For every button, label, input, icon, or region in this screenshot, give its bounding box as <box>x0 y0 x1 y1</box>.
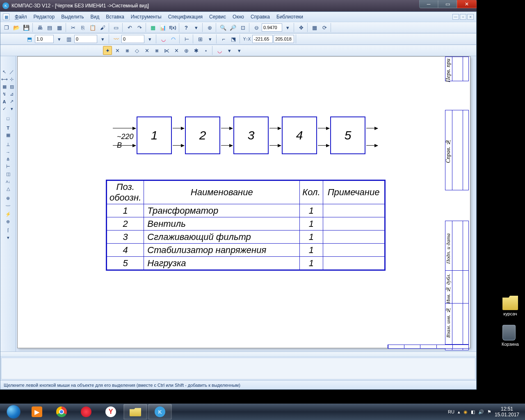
snap2-icon[interactable]: ⋇ <box>123 46 132 55</box>
menu-editor[interactable]: Редактор <box>31 13 58 21</box>
taskbar-item-opera[interactable] <box>74 404 98 420</box>
taskbar-item-chrome[interactable] <box>50 404 73 420</box>
tool-arrow-icon[interactable]: → <box>5 148 11 155</box>
snap4-icon[interactable]: ✕ <box>142 46 151 55</box>
tool-wave-icon[interactable]: 〰 <box>5 202 11 209</box>
snap1-icon[interactable]: ✕ <box>113 46 122 55</box>
linetype-icon[interactable]: 〰 <box>112 34 121 43</box>
document-icon[interactable]: ▦ <box>3 14 9 20</box>
layer-input[interactable] <box>74 35 97 43</box>
mdi-close[interactable]: × <box>467 14 474 20</box>
snap3-icon[interactable]: ◇ <box>132 46 142 55</box>
tray-clock[interactable]: 12:51 15.01.2017 <box>495 406 519 418</box>
tray-up-icon[interactable]: ▴ <box>458 409 460 415</box>
save-icon[interactable]: 💾 <box>22 23 31 32</box>
grid-snap-icon[interactable]: ⊞ <box>196 34 205 43</box>
rebuild-icon[interactable]: ⟳ <box>320 23 329 32</box>
snap-mid-icon[interactable]: ◠ <box>169 34 178 43</box>
layer-dd[interactable]: ▾ <box>98 34 107 43</box>
tool-base-icon[interactable]: ⊥ <box>5 141 11 148</box>
menu-tools[interactable]: Инструменты <box>128 13 164 21</box>
tray-lang[interactable]: RU <box>448 409 454 414</box>
tool-hatch2-icon[interactable]: ▨ <box>8 83 15 90</box>
tool-bolt-icon[interactable]: ⚡ <box>5 211 11 218</box>
tool-text-icon[interactable]: A <box>1 98 8 105</box>
scale-input[interactable] <box>35 35 54 43</box>
tray-volume-icon[interactable]: 🔊 <box>478 409 484 415</box>
tool-cut-icon[interactable]: ⊢ <box>5 163 11 170</box>
snap5-icon[interactable]: ⋇ <box>152 46 161 55</box>
tray-sync-icon[interactable]: ◉ <box>463 409 468 415</box>
zoom-in-icon[interactable]: 🔍 <box>219 23 228 32</box>
ortho-icon[interactable]: ⊢ <box>182 34 191 43</box>
zoom-out-icon[interactable]: 🔎 <box>228 23 237 32</box>
tool-hatch-icon[interactable]: ▦ <box>1 83 8 90</box>
tool-rough-icon[interactable]: ✓ <box>1 105 8 112</box>
stamp-icon[interactable]: ▭ <box>112 23 121 32</box>
copy-icon[interactable]: ⎘ <box>78 23 87 32</box>
minimize-button[interactable]: ─ <box>419 0 438 8</box>
layer-mgr-icon[interactable]: ▥ <box>64 34 73 43</box>
paste-icon[interactable]: 📋 <box>88 23 97 32</box>
csys-icon[interactable]: ⌐ <box>219 34 228 43</box>
tool-brk-dd[interactable]: ▾ <box>5 234 11 241</box>
zoom-fit-icon[interactable]: ⊕ <box>205 23 214 32</box>
tool-edit-icon[interactable]: ↯ <box>1 91 8 98</box>
tool-dim-icon[interactable]: ⟷ <box>1 76 8 83</box>
preview-icon[interactable]: ▤ <box>45 23 54 32</box>
snap-end-icon[interactable]: ◡ <box>159 34 168 43</box>
menu-spec[interactable]: Спецификация <box>165 13 205 21</box>
print-icon[interactable]: 🖶 <box>35 23 44 32</box>
menu-select[interactable]: Выделить <box>58 13 87 21</box>
zoom-input[interactable] <box>262 23 282 32</box>
scale-dd[interactable]: ▾ <box>55 34 64 43</box>
tool-view-icon[interactable]: ◫ <box>5 171 11 178</box>
csys-btn[interactable]: ⬔ <box>229 34 238 43</box>
tool-center-icon[interactable]: ⊕ <box>5 195 11 202</box>
zoom-next-icon[interactable]: ▾ <box>283 23 292 32</box>
line-dd[interactable]: ▾ <box>145 34 154 43</box>
layers-icon[interactable]: ⬒ <box>25 34 34 43</box>
canvas[interactable]: ~220 В 1 2 3 4 5 <box>16 56 476 352</box>
menu-help[interactable]: Справка <box>248 13 273 21</box>
tool-construct-icon[interactable]: ⊹ <box>8 76 15 83</box>
snap9-icon[interactable]: ✱ <box>192 46 201 55</box>
coord-y[interactable] <box>274 35 294 43</box>
open-icon[interactable]: 📂 <box>12 23 21 32</box>
tool-rect-icon[interactable]: □ <box>5 115 11 122</box>
zoom-window-icon[interactable]: ⊡ <box>238 23 247 32</box>
menu-window[interactable]: Окно <box>230 13 247 21</box>
menu-libs[interactable]: Библиотеки <box>274 13 306 21</box>
tool-al-icon[interactable]: A↓ <box>5 178 11 185</box>
coord-x[interactable] <box>252 35 273 43</box>
taskbar-item-explorer[interactable] <box>123 404 147 420</box>
tool-leader-icon[interactable]: ↗ <box>8 98 15 105</box>
properties-icon[interactable]: ▦ <box>55 23 64 32</box>
tool-target-icon[interactable]: ⊕ <box>5 218 11 225</box>
menu-view[interactable]: Вид <box>88 13 103 21</box>
tool-brk-icon[interactable]: ⌈ <box>5 227 11 234</box>
desktop-recycle-bin[interactable]: Корзина <box>500 325 521 347</box>
variables-icon[interactable]: 📊 <box>158 23 167 32</box>
maximize-button[interactable]: ▭ <box>438 0 457 8</box>
tool-mark-icon[interactable]: △ <box>5 185 11 192</box>
mdi-restore[interactable]: ▫ <box>460 14 466 20</box>
snap10-icon[interactable]: ⋆ <box>201 46 210 55</box>
snap6-icon[interactable]: ⋉ <box>162 46 171 55</box>
tool-line-icon[interactable]: ／ <box>8 68 15 75</box>
desktop-folder-kursach[interactable]: курсач <box>500 294 521 316</box>
grid-dd[interactable]: ▾ <box>205 34 215 43</box>
tool-select-icon[interactable]: ↖ <box>1 68 8 75</box>
cut-icon[interactable]: ✂ <box>68 23 78 32</box>
menu-file[interactable]: Файл <box>12 13 30 21</box>
dropdown-icon[interactable]: ▾ <box>192 23 201 32</box>
tray-flag-icon[interactable]: ⚑ <box>487 409 491 415</box>
help-icon[interactable]: ? <box>182 23 191 32</box>
line-input[interactable] <box>121 35 144 43</box>
tool-param-icon[interactable]: ⊿ <box>8 91 15 98</box>
coords-icon[interactable]: Y↑X <box>242 34 251 43</box>
format-painter-icon[interactable]: 🖌 <box>98 23 107 32</box>
snap-cfg-icon[interactable]: ◡ <box>215 46 224 55</box>
tool-table-icon[interactable]: ▦ <box>5 132 11 139</box>
close-button[interactable]: ✕ <box>457 0 477 8</box>
